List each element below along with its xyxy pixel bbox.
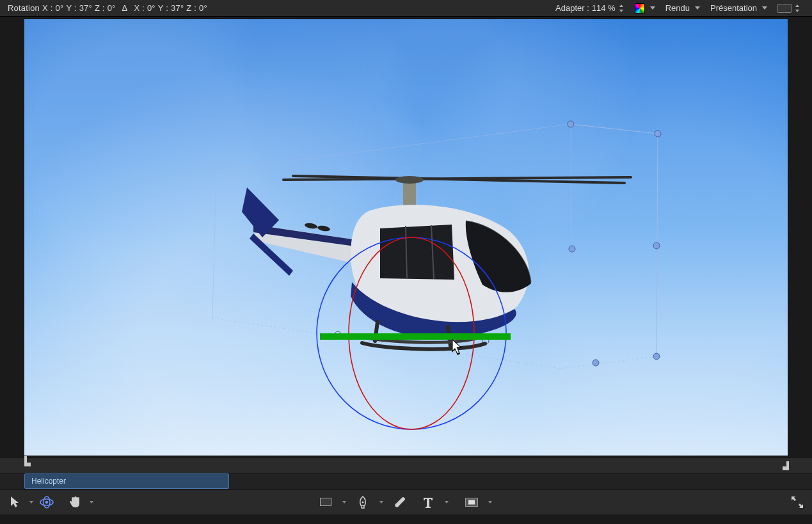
svg-point-21 <box>45 500 49 504</box>
viewport[interactable] <box>24 19 788 456</box>
svg-point-22 <box>362 501 363 503</box>
text-tool-chevron[interactable] <box>440 493 453 511</box>
aspect-rect-icon <box>777 4 792 13</box>
rotation-gizmo-y-axis[interactable] <box>320 333 511 340</box>
render-menu-label: Rendu <box>665 3 690 13</box>
svg-point-5 <box>653 353 660 360</box>
rot-z-value: 0° <box>107 3 116 13</box>
svg-point-16 <box>317 225 330 232</box>
svg-point-2 <box>569 246 575 252</box>
timeline-ruler[interactable] <box>0 457 812 473</box>
stepper-icon <box>795 4 800 12</box>
rectangle-icon <box>320 498 331 506</box>
zoom-label: Adapter : <box>555 3 589 13</box>
playhead-in-icon[interactable] <box>23 456 32 468</box>
rot-y-value: 37° <box>79 3 92 13</box>
delta-x-value: 0° <box>147 3 155 13</box>
delta-x-label: X : <box>134 3 145 13</box>
chevron-down-icon <box>650 6 655 10</box>
zoom-value: 114 % <box>592 3 616 13</box>
pen-tool-chevron[interactable] <box>375 493 388 511</box>
svg-point-4 <box>593 360 599 366</box>
3d-transform-tool[interactable] <box>37 493 56 511</box>
color-channel-menu[interactable] <box>631 3 659 13</box>
rot-y-label: Y : <box>66 3 76 13</box>
delta-symbol: Δ <box>122 3 128 13</box>
fullscreen-toggle[interactable] <box>788 493 807 511</box>
svg-point-3 <box>653 242 660 249</box>
svg-point-15 <box>304 222 317 229</box>
paint-stroke-tool[interactable] <box>390 493 410 511</box>
aspect-ratio-menu[interactable] <box>774 4 804 13</box>
text-tool[interactable] <box>418 493 438 511</box>
color-wheel-icon <box>635 3 645 13</box>
zoom-control[interactable]: Adapter : 114 % <box>552 3 628 13</box>
delta-z-value: 0° <box>199 3 207 13</box>
svg-point-0 <box>568 121 574 127</box>
presentation-menu[interactable]: Présentation <box>706 3 771 13</box>
rot-z-label: Z : <box>95 3 105 13</box>
layer-clip[interactable]: Helicopter <box>24 473 229 489</box>
mask-tool-chevron[interactable] <box>484 493 497 511</box>
canvas-area <box>0 17 812 457</box>
render-menu[interactable]: Rendu <box>662 3 704 13</box>
zoom-stepper-icon <box>619 4 625 12</box>
chevron-down-icon <box>762 6 767 10</box>
property-label: Rotation <box>8 3 40 13</box>
scene-overlay <box>24 19 788 456</box>
presentation-menu-label: Présentation <box>710 3 757 13</box>
chevron-down-icon <box>695 6 700 10</box>
select-tool[interactable] <box>5 493 24 511</box>
svg-rect-11 <box>403 180 416 207</box>
rot-x-label: X : <box>42 3 53 13</box>
rot-x-value: 0° <box>56 3 64 13</box>
layer-track: Helicopter <box>0 473 812 489</box>
select-tool-chevron[interactable] <box>24 493 37 511</box>
rectangle-tool-chevron[interactable] <box>338 493 351 511</box>
bottom-toolbar <box>0 489 812 514</box>
delta-y-value: 37° <box>171 3 184 13</box>
hand-tool-chevron[interactable] <box>84 493 97 511</box>
svg-point-1 <box>655 131 661 137</box>
hand-pan-tool[interactable] <box>65 493 84 511</box>
layer-clip-label: Helicopter <box>31 477 66 486</box>
svg-rect-24 <box>468 500 475 504</box>
rectangle-tool[interactable] <box>316 493 335 511</box>
playhead-out-icon[interactable] <box>781 461 790 473</box>
svg-point-12 <box>395 176 424 184</box>
top-readout-bar: Rotation X : 0° Y : 37° Z : 0° Δ X : 0° … <box>0 0 812 17</box>
delta-y-label: Y : <box>158 3 168 13</box>
mask-tool[interactable] <box>462 493 481 511</box>
pen-tool[interactable] <box>353 493 372 511</box>
delta-z-label: Z : <box>186 3 196 13</box>
